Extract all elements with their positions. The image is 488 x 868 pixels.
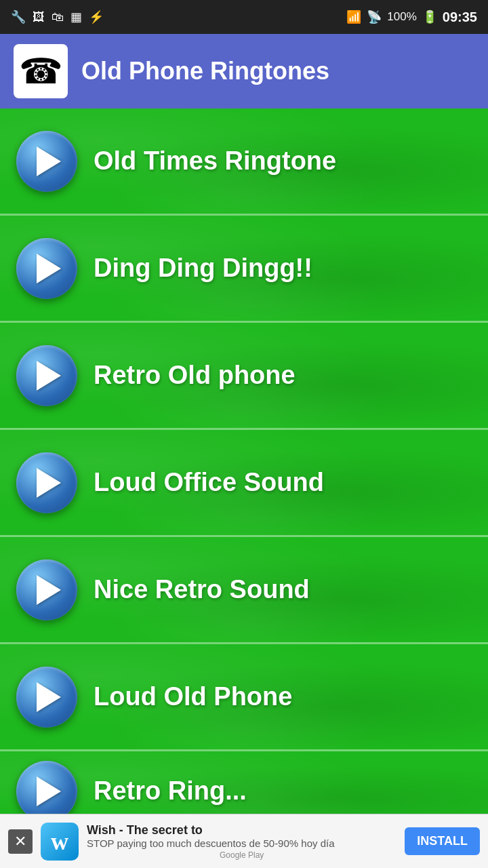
- ad-text: Wish - The secret to STOP paying too muc…: [87, 823, 396, 860]
- wifi-icon: 📶: [346, 9, 361, 24]
- play-button-4[interactable]: [16, 452, 77, 513]
- list-item[interactable]: Old Times Ringtone: [0, 108, 488, 216]
- status-bar: 🔧 🖼 🛍 ▦ ⚡ 📶 📡 100% 🔋 09:35: [0, 0, 488, 34]
- app-icon: ☎: [14, 44, 68, 98]
- phone-icon: ☎: [19, 51, 63, 92]
- ad-title: Wish - The secret to: [87, 823, 396, 837]
- bars-icon: ▦: [70, 9, 82, 24]
- image-icon: 🖼: [33, 10, 45, 24]
- list-item[interactable]: Retro Ring...: [0, 751, 488, 814]
- play-button-1[interactable]: [16, 131, 77, 192]
- ad-subtitle: STOP paying too much descuentos de 50-90…: [87, 837, 396, 849]
- wrench-icon: 🔧: [11, 9, 26, 24]
- play-icon-1: [37, 146, 61, 176]
- wish-icon: w: [51, 827, 68, 856]
- ringtone-name-5: Nice Retro Sound: [94, 574, 310, 606]
- play-icon-2: [37, 254, 61, 283]
- play-icon-6: [37, 682, 61, 712]
- list-item[interactable]: Retro Old phone: [0, 323, 488, 430]
- battery-icon: 🔋: [422, 9, 437, 24]
- play-icon-3: [37, 361, 61, 391]
- status-icons-right: 📶 📡 100% 🔋 09:35: [346, 9, 477, 25]
- ringtone-name-7: Retro Ring...: [94, 776, 247, 807]
- play-icon-4: [37, 468, 61, 498]
- list-item[interactable]: Ding Ding Dingg!!: [0, 216, 488, 323]
- bag-icon: 🛍: [52, 10, 64, 24]
- play-button-7[interactable]: [16, 761, 77, 814]
- play-button-3[interactable]: [16, 345, 77, 406]
- play-button-5[interactable]: [16, 559, 77, 620]
- play-icon-7: [37, 776, 61, 806]
- ringtone-list: Old Times Ringtone Ding Ding Dingg!! Ret…: [0, 108, 488, 814]
- status-time: 09:35: [443, 9, 477, 25]
- ad-google-play: Google Play: [87, 850, 396, 860]
- ringtone-name-6: Loud Old Phone: [94, 682, 292, 713]
- ad-banner: ✕ w Wish - The secret to STOP paying too…: [0, 814, 488, 868]
- battery-label: 100%: [387, 10, 416, 24]
- status-icons-left: 🔧 🖼 🛍 ▦ ⚡: [11, 9, 104, 24]
- play-icon-5: [37, 575, 61, 605]
- ringtone-name-1: Old Times Ringtone: [94, 146, 336, 177]
- app-header: ☎ Old Phone Ringtones: [0, 34, 488, 108]
- ad-install-button[interactable]: INSTALL: [405, 827, 480, 855]
- play-button-6[interactable]: [16, 667, 77, 728]
- list-item[interactable]: Loud Old Phone: [0, 644, 488, 751]
- usb-icon: ⚡: [89, 9, 104, 24]
- list-item[interactable]: Loud Office Sound: [0, 430, 488, 537]
- ad-app-icon: w: [41, 823, 79, 861]
- ringtone-name-3: Retro Old phone: [94, 360, 296, 391]
- ringtone-name-4: Loud Office Sound: [94, 467, 324, 498]
- ringtone-name-2: Ding Ding Dingg!!: [94, 253, 312, 284]
- signal-icon: 📡: [367, 9, 382, 24]
- list-item[interactable]: Nice Retro Sound: [0, 537, 488, 644]
- ad-close-button[interactable]: ✕: [8, 829, 33, 854]
- app-title: Old Phone Ringtones: [81, 57, 329, 85]
- play-button-2[interactable]: [16, 238, 77, 299]
